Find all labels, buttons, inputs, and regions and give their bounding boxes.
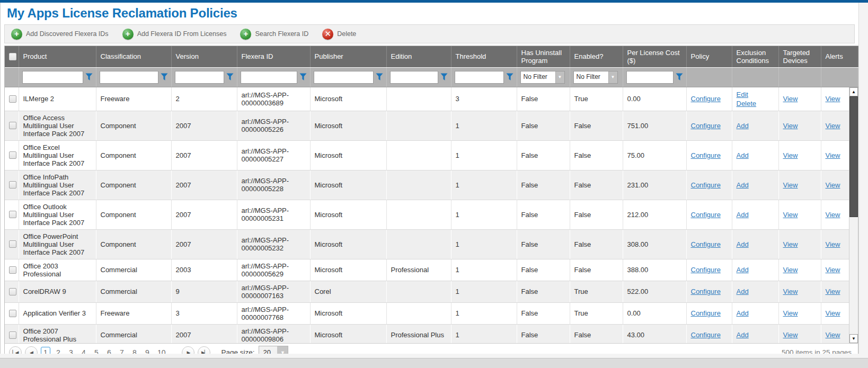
scroll-down-button[interactable]: ▼ xyxy=(849,334,858,343)
row-checkbox[interactable] xyxy=(9,211,16,218)
view-alerts-link[interactable]: View xyxy=(826,211,840,219)
column-header-threshold[interactable]: Threshold xyxy=(451,46,517,67)
filter-input-version[interactable] xyxy=(175,71,224,84)
view-targeted-devices-link[interactable]: View xyxy=(783,211,798,219)
configure-link[interactable]: Configure xyxy=(691,151,721,159)
row-checkbox[interactable] xyxy=(9,151,16,159)
filter-input-edition[interactable] xyxy=(390,71,438,84)
add-link[interactable]: Add xyxy=(737,287,774,296)
configure-link[interactable]: Configure xyxy=(691,288,721,295)
chevron-down-icon[interactable]: ▼ xyxy=(608,71,617,83)
view-alerts-link[interactable]: View xyxy=(826,288,840,295)
filter-cell-edition xyxy=(386,67,451,87)
row-checkbox[interactable] xyxy=(9,310,16,317)
add-link[interactable]: Add xyxy=(737,181,774,190)
filter-funnel-icon[interactable] xyxy=(85,73,93,81)
edit-link[interactable]: Edit xyxy=(737,90,774,99)
filter-funnel-icon[interactable] xyxy=(299,73,307,81)
view-alerts-link[interactable]: View xyxy=(826,240,840,248)
filter-input-publisher[interactable] xyxy=(314,71,374,84)
filter-funnel-icon[interactable] xyxy=(226,73,234,81)
filter-input-product[interactable] xyxy=(22,71,83,84)
add-link[interactable]: Add xyxy=(737,151,774,160)
configure-link[interactable]: Configure xyxy=(691,331,721,339)
filter-funnel-icon[interactable] xyxy=(440,73,448,81)
cell-policy: Configure xyxy=(686,111,732,140)
toolbar-button-add-discovered-flexera-ids[interactable]: Add Discovered Flexera IDs xyxy=(11,29,109,40)
column-header-exclusion-conditions[interactable]: Exclusion Conditions xyxy=(732,46,778,67)
filter-funnel-icon[interactable] xyxy=(506,73,513,81)
column-header-version[interactable]: Version xyxy=(171,46,237,67)
configure-link[interactable]: Configure xyxy=(691,95,721,103)
view-targeted-devices-link[interactable]: View xyxy=(783,122,798,130)
row-checkbox[interactable] xyxy=(9,240,16,248)
configure-link[interactable]: Configure xyxy=(691,181,721,189)
column-header-policy[interactable]: Policy xyxy=(686,46,732,67)
row-checkbox[interactable] xyxy=(9,181,16,189)
view-targeted-devices-link[interactable]: View xyxy=(783,240,798,248)
view-alerts-link[interactable]: View xyxy=(826,181,840,189)
grid-body-viewport[interactable]: ILMerge 2Freeware2arl://MGS-APP-00000003… xyxy=(5,87,858,343)
view-targeted-devices-link[interactable]: View xyxy=(783,181,798,189)
row-checkbox[interactable] xyxy=(9,288,16,295)
column-header-product[interactable]: Product xyxy=(19,46,96,67)
column-header-per-license-cost[interactable]: Per License Cost ($) xyxy=(623,46,686,67)
filter-input-flexera-id[interactable] xyxy=(241,71,297,84)
view-targeted-devices-link[interactable]: View xyxy=(783,309,798,317)
row-checkbox[interactable] xyxy=(9,331,16,339)
view-targeted-devices-link[interactable]: View xyxy=(783,95,798,103)
scrollbar-thumb[interactable] xyxy=(849,96,858,217)
column-header-flexera-id[interactable]: Flexera ID xyxy=(237,46,310,67)
view-alerts-link[interactable]: View xyxy=(826,331,840,339)
column-header-enabled[interactable]: Enabled? xyxy=(570,46,623,67)
row-checkbox[interactable] xyxy=(9,95,16,103)
view-alerts-link[interactable]: View xyxy=(826,95,840,103)
configure-link[interactable]: Configure xyxy=(691,309,721,317)
view-targeted-devices-link[interactable]: View xyxy=(783,288,798,295)
configure-link[interactable]: Configure xyxy=(691,266,721,274)
toolbar-button-delete[interactable]: Delete xyxy=(322,29,356,40)
row-checkbox[interactable] xyxy=(9,266,16,274)
filter-funnel-icon[interactable] xyxy=(161,73,168,81)
column-header-edition[interactable]: Edition xyxy=(386,46,451,67)
filter-input-per-license-cost[interactable] xyxy=(626,71,674,84)
configure-link[interactable]: Configure xyxy=(691,122,721,130)
add-link[interactable]: Add xyxy=(737,330,774,339)
filter-input-threshold[interactable] xyxy=(455,71,504,84)
configure-link[interactable]: Configure xyxy=(691,211,721,219)
view-alerts-link[interactable]: View xyxy=(826,266,840,274)
add-link[interactable]: Add xyxy=(737,210,774,219)
filter-dropdown-enabled[interactable]: No Filter▼ xyxy=(573,71,618,84)
add-link[interactable]: Add xyxy=(737,265,774,274)
filter-dropdown-has-uninstall-program[interactable]: No Filter▼ xyxy=(520,71,565,84)
cell-has-uninstall: False xyxy=(517,170,570,200)
column-header-targeted-devices[interactable]: Targeted Devices xyxy=(778,46,821,67)
cell-policy: Configure xyxy=(686,170,732,200)
column-header-classification[interactable]: Classification xyxy=(96,46,171,67)
scroll-up-button[interactable]: ▲ xyxy=(849,87,858,96)
select-all-checkbox[interactable] xyxy=(9,53,16,60)
column-header-publisher[interactable]: Publisher xyxy=(310,46,386,67)
view-targeted-devices-link[interactable]: View xyxy=(783,331,798,339)
filter-funnel-icon[interactable] xyxy=(676,73,683,81)
view-alerts-link[interactable]: View xyxy=(826,309,840,317)
view-alerts-link[interactable]: View xyxy=(826,122,840,130)
configure-link[interactable]: Configure xyxy=(691,240,721,248)
view-targeted-devices-link[interactable]: View xyxy=(783,151,798,159)
filter-input-classification[interactable] xyxy=(100,71,158,84)
view-alerts-link[interactable]: View xyxy=(826,151,840,159)
vertical-scrollbar[interactable]: ▲ ▼ xyxy=(849,87,858,343)
add-link[interactable]: Add xyxy=(737,309,774,318)
column-header-alerts[interactable]: Alerts xyxy=(821,46,858,67)
add-link[interactable]: Add xyxy=(737,240,774,249)
toolbar-button-search-flexera-id[interactable]: Search Flexera ID xyxy=(240,29,308,40)
view-targeted-devices-link[interactable]: View xyxy=(783,266,798,274)
delete-link[interactable]: Delete xyxy=(737,99,774,108)
column-header-has-uninstall-program[interactable]: Has Uninstall Program xyxy=(517,46,570,67)
filter-funnel-icon[interactable] xyxy=(376,73,383,81)
chevron-down-icon[interactable]: ▼ xyxy=(555,71,564,83)
row-checkbox[interactable] xyxy=(9,122,16,129)
select-all-header-cell xyxy=(5,46,19,67)
add-link[interactable]: Add xyxy=(737,121,774,130)
toolbar-button-add-flexera-id-from-licenses[interactable]: Add Flexera ID From Licenses xyxy=(122,29,227,40)
